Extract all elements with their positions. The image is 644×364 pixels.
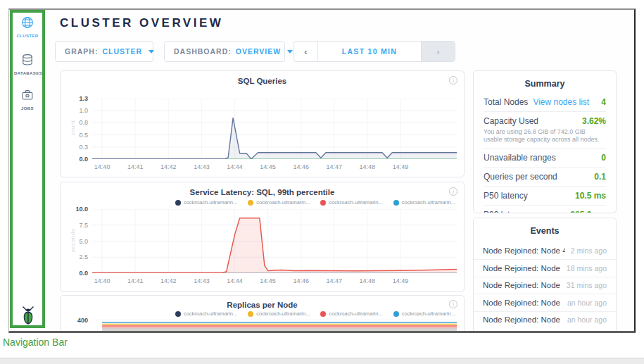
y-tick-label: 2.5 [65, 253, 88, 261]
x-tick-label: 14:40 [87, 277, 118, 284]
replicas-per-node-chart-card: Replicas per Node i cockroach-ultramarin… [60, 295, 465, 333]
x-tick-label: 14:48 [352, 277, 383, 284]
y-tick-label: 400 [65, 317, 88, 324]
summary-row-value: 10.5 ms [575, 191, 606, 201]
summary-panel-title: Summary [474, 71, 616, 93]
x-tick-label: 14:44 [219, 163, 250, 170]
legend-item[interactable]: cockroach-ultramarin... [393, 310, 455, 317]
info-icon[interactable]: i [449, 76, 457, 84]
legend-item-label: cockroach-ultramarin... [329, 310, 382, 317]
event-text: Node Rejoined: Node 1 rej... [483, 299, 562, 307]
summary-row-label: P50 latency [484, 191, 528, 201]
navigation-bar: CLUSTER DATABASES [10, 10, 45, 328]
summary-row-value: 285.2 ms [570, 210, 606, 213]
sidebar-item-label: CLUSTER [14, 34, 41, 38]
legend-dot-icon [248, 200, 253, 206]
summary-panel: Summary Total Nodes View nodes list 4 Ca… [473, 70, 617, 213]
x-tick-label: 14:42 [153, 277, 184, 284]
legend-item-label: cockroach-ultramarin... [402, 310, 455, 317]
p99-latency-line [92, 218, 457, 273]
summary-row-label: Total Nodes [484, 97, 528, 107]
event-row: Node Rejoined: Node 3 rej... 18 mins ago [474, 259, 616, 276]
legend-item[interactable]: cockroach-ultramarin... [393, 199, 455, 206]
chart-title: Replicas per Node [61, 301, 464, 309]
legend-item[interactable]: cockroach-ultramarin... [175, 199, 237, 206]
globe-icon [21, 19, 34, 31]
info-icon[interactable]: i [449, 187, 457, 196]
event-time: 2 mins ago [571, 246, 607, 255]
y-tick-label: 1.0 [65, 107, 88, 114]
time-range-value[interactable]: LAST 10 MIN [318, 42, 421, 61]
legend-dot-icon [175, 311, 181, 317]
x-tick-label: 14:41 [120, 277, 151, 284]
legend-item[interactable]: cockroach-ultramarin... [320, 199, 382, 206]
chart-title: Service Latency: SQL, 99th percentile [61, 188, 464, 196]
events-panel-title: Events [474, 218, 616, 240]
y-tick-label: 0.3 [65, 144, 88, 151]
cockroachdb-logo-icon[interactable] [20, 306, 37, 325]
sidebar-item-label: JOBS [14, 106, 41, 111]
legend-item-label: cockroach-ultramarin... [184, 199, 237, 206]
time-range-selector: ‹ LAST 10 MIN › [293, 41, 455, 62]
legend-item[interactable]: cockroach-ultramarin... [320, 310, 382, 317]
events-panel: Events Node Rejoined: Node 4 rej... 2 mi… [473, 218, 617, 333]
chart-legend: cockroach-ultramarin... cockroach-ultram… [175, 199, 455, 206]
chart-title: SQL Queries [61, 77, 464, 85]
sql-queries-chart-card: SQL Queries i count 1.31.00.80.50.30.014… [60, 70, 465, 177]
x-tick-label: 14:40 [87, 163, 118, 170]
annotation-navigation-bar: Navigation Bar [3, 337, 68, 348]
summary-row-label: Capacity Used [484, 116, 538, 126]
service-latency-plot-svg [92, 209, 457, 273]
x-tick-label: 14:49 [385, 277, 416, 284]
summary-row-label: Queries per second [484, 172, 557, 182]
time-range-next-button[interactable]: › [421, 42, 455, 61]
dashboard-dropdown[interactable]: DASHBOARD: OVERVIEW [164, 41, 285, 62]
database-icon [21, 56, 34, 68]
time-range-prev-button[interactable]: ‹ [294, 42, 318, 61]
legend-dot-icon [320, 200, 326, 206]
graph-dropdown-value: CLUSTER [102, 47, 142, 56]
x-tick-label: 14:43 [186, 277, 217, 284]
chart-legend: cockroach-ultramarin... cockroach-ultram… [175, 310, 455, 317]
x-tick-label: 14:47 [319, 163, 350, 170]
chart-plot [92, 317, 457, 333]
page-title: CLUSTER OVERVIEW [60, 16, 223, 30]
y-tick-label: 0.8 [65, 119, 88, 126]
x-tick-label: 14:49 [385, 163, 416, 170]
sidebar-item-jobs[interactable]: JOBS [14, 89, 41, 111]
summary-row: Unavailable ranges 0 [484, 148, 606, 167]
summary-row: Queries per second 0.1 [484, 167, 606, 186]
summary-row-value: 0 [601, 153, 606, 163]
screenshot-stage: CLUSTER DATABASES [0, 0, 644, 364]
app-window: CLUSTER DATABASES [8, 8, 636, 333]
summary-rows: Total Nodes View nodes list 4 Capacity U… [474, 93, 616, 213]
legend-item[interactable]: cockroach-ultramarin... [248, 199, 310, 206]
bottom-strip [0, 358, 644, 364]
legend-dot-icon [393, 200, 399, 206]
y-tick-label: 0.5 [65, 132, 88, 139]
node-4-replicas-area [102, 327, 457, 333]
chart-plot [92, 209, 457, 273]
summary-row: P99 latency 285.2 ms [484, 205, 606, 213]
y-tick-label: 10.0 [65, 206, 88, 213]
x-tick-label: 14:45 [253, 277, 284, 284]
view-nodes-list-link[interactable]: View nodes list [533, 97, 589, 107]
graph-dropdown[interactable]: GRAPH: CLUSTER [55, 41, 153, 62]
dashboard-dropdown-value: OVERVIEW [236, 47, 281, 56]
legend-item[interactable]: cockroach-ultramarin... [175, 310, 237, 317]
sidebar-item-cluster[interactable]: CLUSTER [14, 16, 41, 38]
y-tick-label: 5.0 [65, 238, 88, 245]
sidebar-item-databases[interactable]: DATABASES [14, 54, 41, 75]
legend-item-label: cockroach-ultramarin... [329, 199, 382, 206]
info-icon[interactable]: i [449, 300, 457, 308]
x-tick-label: 14:46 [286, 277, 317, 284]
legend-item-label: cockroach-ultramarin... [256, 310, 310, 317]
sql-queries-plot-svg [92, 99, 457, 159]
summary-row-value: 3.62% [582, 116, 606, 126]
event-text: Node Rejoined: Node 3 rej... [483, 264, 561, 272]
x-tick-label: 14:44 [219, 277, 250, 284]
y-tick-label: 0.0 [65, 156, 88, 163]
legend-item[interactable]: cockroach-ultramarin... [248, 310, 310, 317]
summary-row-label: P99 latency [484, 210, 528, 213]
queries-per-second-line [92, 118, 457, 159]
